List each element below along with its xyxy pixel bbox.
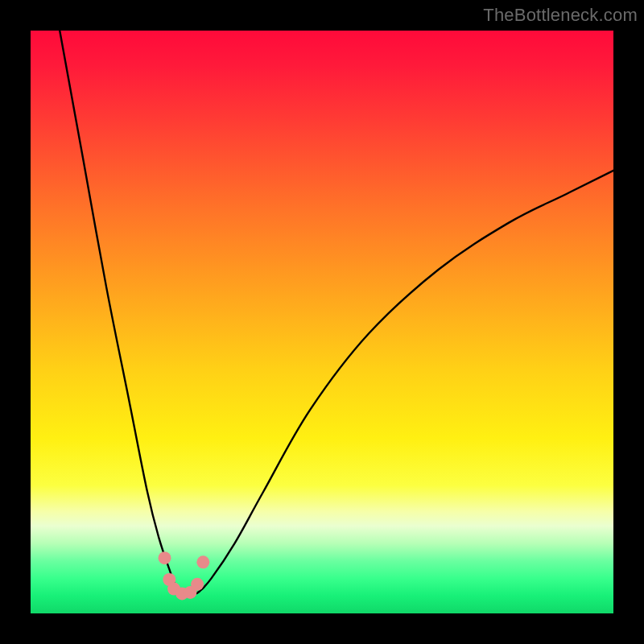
gradient-background [31, 31, 613, 613]
chart-frame: TheBottleneck.com [0, 0, 644, 644]
watermark-label: TheBottleneck.com [483, 5, 638, 26]
plot-area [31, 31, 613, 613]
